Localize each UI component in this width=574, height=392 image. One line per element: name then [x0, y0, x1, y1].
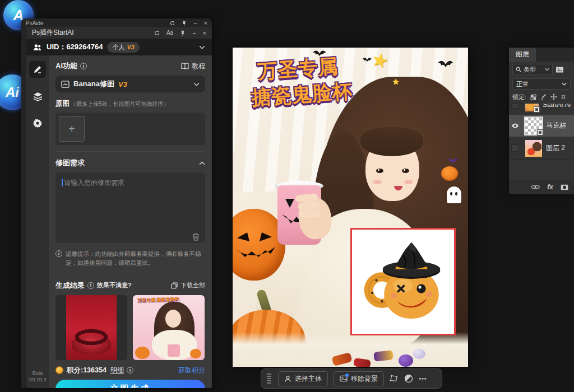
close-button[interactable]: × — [204, 20, 207, 26]
layer-name[interactable]: 图层 2 — [546, 143, 565, 153]
drag-handle[interactable] — [267, 374, 271, 384]
tutorial-link[interactable]: 教程 — [181, 62, 205, 71]
coin-icon — [55, 366, 63, 374]
minimize-button[interactable]: − — [193, 20, 197, 26]
bracelet-image — [66, 295, 117, 360]
psaide-window: PsAide − × Ps插件StartAI Aa − × UID：629264… — [21, 18, 212, 388]
source-hint: （最多上传5张，长按图片可拖拽排序） — [71, 100, 169, 108]
image-edit-icon — [61, 81, 70, 88]
model-dropdown[interactable]: Banana修图 V3 — [55, 76, 205, 92]
lock-transparency-icon[interactable] — [530, 94, 536, 100]
model-name: Banana修图 — [73, 79, 114, 89]
panel-tabbar: 图层 — [509, 48, 574, 62]
font-size-button[interactable]: Aa — [166, 30, 173, 36]
source-title: 原图 — [55, 99, 70, 109]
layer-thumbnail[interactable] — [525, 140, 542, 157]
pin-icon[interactable] — [182, 21, 187, 26]
remove-background-button[interactable]: 移除背景 — [334, 371, 384, 386]
canvas-image[interactable]: 万圣专属 搪瓷鬼脸杯 ★ ★ ★ — [233, 48, 468, 367]
star-icon: ★ — [392, 77, 399, 87]
upload-area: + — [55, 113, 205, 145]
model-bangs — [360, 127, 423, 156]
more-options-button[interactable]: ⋯ — [419, 374, 427, 383]
info-icon[interactable] — [87, 282, 94, 289]
info-icon[interactable] — [80, 63, 87, 69]
lock-artboard-icon[interactable] — [561, 94, 566, 100]
visibility-toggle[interactable] — [509, 115, 521, 137]
layer-style-button[interactable]: fx — [547, 183, 553, 191]
generate-button[interactable]: 立即生成 — [55, 380, 205, 389]
plus-icon: + — [68, 123, 75, 136]
layer-name[interactable]: StartAI Ai — [543, 104, 571, 109]
star-icon: ★ — [253, 76, 260, 84]
layer-row-clipped[interactable]: StartAI Ai — [509, 104, 574, 115]
uid-bar[interactable]: UID：629264764 个人 V3 — [26, 39, 212, 55]
info-icon[interactable] — [127, 367, 133, 374]
request-input[interactable] — [55, 172, 205, 243]
ghost-sticker — [447, 186, 461, 203]
tab-settings[interactable] — [29, 115, 46, 132]
chevron-down-icon — [545, 68, 549, 71]
notification-dot — [345, 374, 349, 377]
host-titlebar[interactable]: PsAide − × — [21, 18, 212, 27]
layer-mask-icon[interactable] — [561, 184, 568, 190]
candy — [399, 354, 413, 367]
visibility-toggle[interactable] — [509, 104, 521, 115]
results-hint[interactable]: 效果不满意? — [97, 281, 132, 290]
hairclip-pumpkin — [441, 166, 458, 181]
pin-icon[interactable] — [180, 30, 186, 36]
ai-section-title: AI功能 — [55, 61, 77, 71]
request-title: 修图需求 — [55, 158, 85, 168]
layer-filter-dropdown[interactable]: 类型 — [512, 64, 553, 75]
layers-panel: 图层 类型 正常 锁定: StartAI Ai — [509, 48, 574, 194]
model-version: V3 — [118, 80, 127, 88]
transform-icon[interactable] — [390, 375, 399, 382]
chevron-down-icon[interactable] — [199, 45, 205, 49]
layer-name[interactable]: 马克杯 — [546, 121, 566, 130]
download-all-button[interactable]: 下载全部 — [171, 281, 205, 290]
layer-thumbnail[interactable] — [525, 118, 542, 134]
lock-position-icon[interactable] — [550, 94, 557, 100]
minimize-button[interactable]: − — [192, 30, 196, 36]
product-layer-witch-mug[interactable] — [350, 228, 456, 335]
refresh-icon[interactable] — [154, 30, 160, 36]
close-button[interactable]: × — [203, 30, 206, 36]
blend-mode-dropdown[interactable]: 正常 — [512, 78, 571, 90]
credits-detail-link[interactable]: 明细 — [110, 366, 124, 375]
poster-mini-image: 万圣专属 搪瓷鬼脸杯 — [133, 295, 205, 360]
trash-icon[interactable] — [192, 233, 200, 241]
tab-layers[interactable] — [29, 88, 46, 105]
result-thumbnail-poster[interactable]: 万圣专属 搪瓷鬼脸杯 — [133, 295, 205, 360]
divider — [55, 274, 205, 274]
result-thumbnail-bracelet[interactable] — [55, 295, 127, 360]
layer-thumbnail[interactable] — [525, 104, 539, 111]
search-icon — [516, 67, 521, 72]
filter-image-icon[interactable] — [556, 66, 564, 73]
chevron-down-icon — [562, 82, 567, 86]
hairclip-bat-icon — [446, 157, 460, 164]
refresh-icon[interactable] — [170, 21, 175, 26]
chevron-up-icon[interactable] — [199, 161, 205, 165]
smart-object-badge — [537, 129, 543, 136]
smart-object-badge — [534, 106, 540, 113]
earn-credits-link[interactable]: 获取积分 — [178, 366, 205, 375]
divider — [55, 151, 205, 152]
plugin-window: Ps插件StartAI Aa − × UID：629264764 个人 V3 — [26, 27, 212, 388]
notice-text: 温馨提示：此功能由外部服务商提供，偶有服务不稳定，如遇使用问题，请稍后重试。 — [66, 250, 205, 268]
model-blush — [373, 180, 382, 184]
plugin-titlebar[interactable]: Ps插件StartAI Aa − × — [26, 27, 212, 39]
person-icon — [284, 375, 291, 382]
layer-row[interactable]: 图层 2 — [509, 137, 574, 160]
select-subject-button[interactable]: 选择主体 — [278, 371, 328, 386]
plugin-title: Ps插件StartAI — [32, 28, 74, 38]
adjustment-icon[interactable] — [404, 374, 413, 383]
uid-value: UID：629264764 — [47, 42, 103, 52]
model-eye — [376, 169, 383, 173]
add-image-button[interactable]: + — [59, 116, 85, 142]
tab-layers[interactable]: 图层 — [509, 48, 536, 62]
link-layers-icon[interactable] — [531, 185, 540, 189]
layer-row-selected[interactable]: 马克杯 — [509, 115, 574, 137]
lock-pixels-icon[interactable] — [540, 94, 547, 100]
tab-edit[interactable] — [29, 61, 46, 78]
visibility-toggle[interactable] — [509, 137, 521, 159]
